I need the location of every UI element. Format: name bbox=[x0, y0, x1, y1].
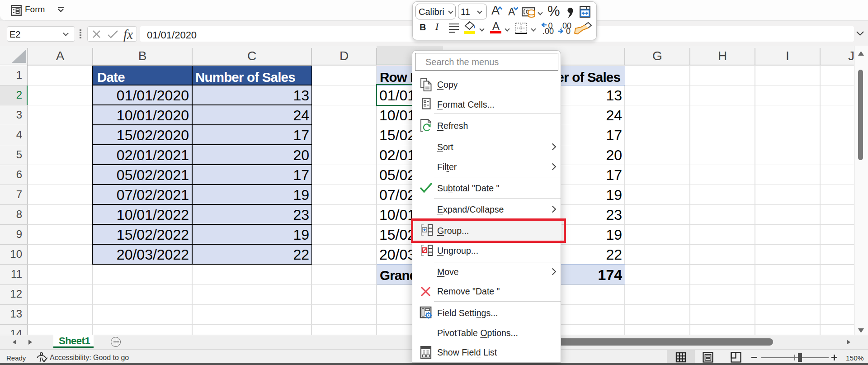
svg-text:.00: .00 bbox=[542, 27, 554, 34]
svg-text:0: 0 bbox=[566, 27, 571, 34]
